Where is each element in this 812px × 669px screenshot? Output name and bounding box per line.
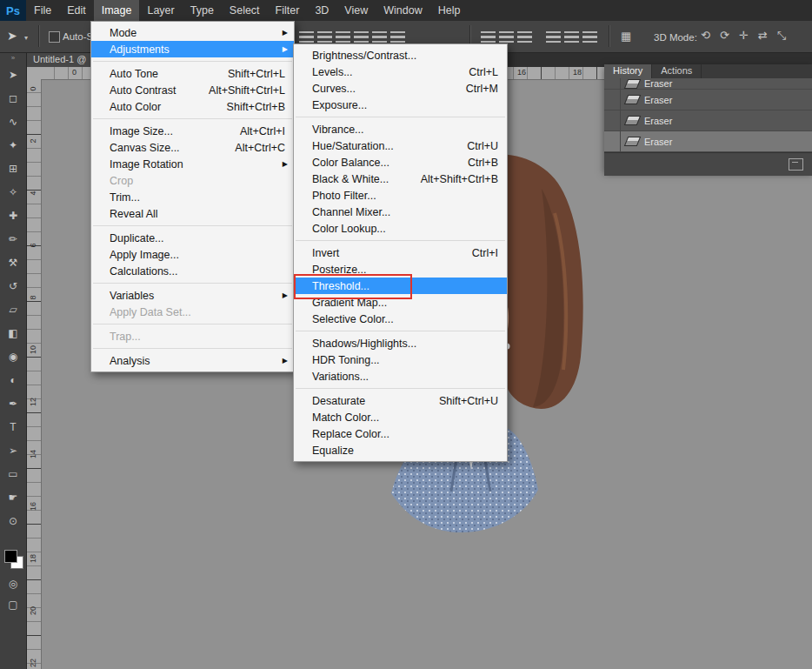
eraser-tool[interactable]: ▱ bbox=[0, 299, 26, 320]
menu-item-variations[interactable]: Variations... bbox=[294, 368, 507, 385]
menu-item-auto-tone[interactable]: Auto ToneShift+Ctrl+L bbox=[91, 65, 294, 82]
menu-item-channel-mixer[interactable]: Channel Mixer... bbox=[294, 204, 507, 220]
type-tool[interactable]: T bbox=[0, 417, 26, 438]
menu-item-image-size[interactable]: Image Size...Alt+Ctrl+I bbox=[91, 123, 294, 139]
menu-item-shadows-highlights[interactable]: Shadows/Highlights... bbox=[294, 335, 507, 351]
3d-drag-icon[interactable]: ✛ bbox=[739, 30, 749, 42]
state-source-checkbox[interactable] bbox=[604, 131, 621, 151]
align-horizontal-centers-icon[interactable] bbox=[372, 31, 387, 43]
menubar-item-file[interactable]: File bbox=[26, 0, 59, 21]
state-source-checkbox[interactable] bbox=[604, 110, 621, 130]
history-state-row[interactable]: Eraser bbox=[604, 131, 812, 152]
menu-item-adjustments[interactable]: Adjustments▶ bbox=[91, 41, 294, 57]
history-state-row[interactable]: Eraser bbox=[604, 90, 812, 110]
menu-item-match-color[interactable]: Match Color... bbox=[294, 409, 507, 425]
menu-item-color-lookup[interactable]: Color Lookup... bbox=[294, 220, 507, 237]
menubar-item-edit[interactable]: Edit bbox=[59, 0, 94, 21]
menu-item-color-balance[interactable]: Color Balance...Ctrl+B bbox=[294, 154, 507, 171]
menu-item-canvas-size[interactable]: Canvas Size...Alt+Ctrl+C bbox=[91, 139, 294, 156]
menu-item-levels[interactable]: Levels...Ctrl+L bbox=[294, 64, 507, 80]
menu-item-image-rotation[interactable]: Image Rotation▶ bbox=[91, 156, 294, 172]
align-bottom-edges-icon[interactable] bbox=[336, 31, 350, 43]
move-tool[interactable]: ➤ bbox=[0, 64, 26, 85]
menubar-item-filter[interactable]: Filter bbox=[268, 0, 308, 21]
menu-item-curves[interactable]: Curves...Ctrl+M bbox=[294, 80, 507, 97]
menubar-item-layer[interactable]: Layer bbox=[139, 0, 182, 21]
distribute-top-edges-icon[interactable] bbox=[481, 31, 496, 43]
healing-brush-tool[interactable]: ✚ bbox=[0, 205, 26, 226]
lasso-tool[interactable]: ∿ bbox=[0, 111, 26, 132]
state-source-checkbox[interactable] bbox=[604, 90, 621, 110]
toolbar-collapse-icon[interactable]: » bbox=[0, 54, 26, 62]
menu-item-exposure[interactable]: Exposure... bbox=[294, 97, 507, 113]
3d-scale-icon[interactable]: ⤡ bbox=[777, 30, 786, 42]
menu-item-brightness-contrast[interactable]: Brightness/Contrast... bbox=[294, 47, 507, 64]
menubar-item-3d[interactable]: 3D bbox=[307, 0, 336, 21]
menu-item-reveal-all[interactable]: Reveal All bbox=[91, 205, 294, 222]
foreground-color-swatch[interactable] bbox=[4, 550, 17, 563]
marquee-tool[interactable]: ◻ bbox=[0, 88, 26, 109]
menu-item-equalize[interactable]: Equalize bbox=[294, 442, 507, 458]
dodge-tool[interactable]: ◐ bbox=[0, 370, 26, 391]
distribute-horizontal-centers-icon[interactable] bbox=[564, 31, 579, 43]
new-document-from-state-icon[interactable] bbox=[789, 158, 803, 171]
menu-item-hdr-toning[interactable]: HDR Toning... bbox=[294, 351, 507, 368]
quick-selection-tool[interactable]: ✦ bbox=[0, 135, 26, 156]
quick-mask-button[interactable]: ◎ bbox=[0, 578, 26, 590]
menubar-item-select[interactable]: Select bbox=[222, 0, 268, 21]
menu-item-variables[interactable]: Variables▶ bbox=[91, 287, 294, 304]
path-selection-tool[interactable]: ➢ bbox=[0, 440, 26, 461]
menu-item-trim[interactable]: Trim... bbox=[91, 189, 294, 205]
crop-tool[interactable]: ⊞ bbox=[0, 158, 26, 179]
menubar-item-type[interactable]: Type bbox=[183, 0, 222, 21]
menubar-item-window[interactable]: Window bbox=[376, 0, 429, 21]
history-brush-tool[interactable]: ↺ bbox=[0, 276, 26, 297]
menu-item-auto-color[interactable]: Auto ColorShift+Ctrl+B bbox=[91, 98, 294, 115]
3d-rotate-icon[interactable]: ⟲ bbox=[701, 30, 710, 42]
menu-item-analysis[interactable]: Analysis▶ bbox=[91, 352, 294, 369]
menu-item-desaturate[interactable]: DesaturateShift+Ctrl+U bbox=[294, 392, 507, 409]
auto-align-layers-icon[interactable]: ▦ bbox=[621, 30, 631, 43]
menu-item-calculations[interactable]: Calculations... bbox=[91, 263, 294, 279]
menu-item-black-white[interactable]: Black & White...Alt+Shift+Ctrl+B bbox=[294, 171, 507, 187]
zoom-tool[interactable]: ⊙ bbox=[0, 511, 26, 532]
tab-history[interactable]: History bbox=[604, 64, 652, 78]
pen-tool[interactable]: ✒ bbox=[0, 393, 26, 414]
align-right-edges-icon[interactable] bbox=[390, 31, 405, 43]
ruler-origin-corner[interactable] bbox=[26, 67, 42, 80]
menu-item-auto-contrast[interactable]: Auto ContrastAlt+Shift+Ctrl+L bbox=[91, 82, 294, 98]
menu-item-apply-image[interactable]: Apply Image... bbox=[91, 246, 294, 263]
gradient-tool[interactable]: ◧ bbox=[0, 323, 26, 344]
menubar-item-image[interactable]: Image bbox=[94, 0, 140, 21]
hand-tool[interactable]: ☛ bbox=[0, 487, 26, 508]
menubar-item-help[interactable]: Help bbox=[430, 0, 469, 21]
menu-item-invert[interactable]: InvertCtrl+I bbox=[294, 244, 507, 261]
menu-item-replace-color[interactable]: Replace Color... bbox=[294, 425, 507, 442]
document-tab[interactable]: Untitled-1 @ bbox=[26, 52, 94, 67]
tool-preset-caret-icon[interactable]: ▾ bbox=[24, 34, 28, 42]
eyedropper-tool[interactable]: ✧ bbox=[0, 182, 26, 203]
distribute-vertical-centers-icon[interactable] bbox=[499, 31, 514, 43]
menu-item-selective-color[interactable]: Selective Color... bbox=[294, 311, 507, 327]
menu-item-photo-filter[interactable]: Photo Filter... bbox=[294, 187, 507, 204]
history-state-row[interactable]: Eraser bbox=[604, 78, 812, 90]
3d-slide-icon[interactable]: ⇄ bbox=[758, 30, 768, 42]
state-source-checkbox[interactable] bbox=[604, 78, 621, 89]
auto-select-checkbox[interactable] bbox=[49, 31, 60, 43]
menu-item-hue-saturation[interactable]: Hue/Saturation...Ctrl+U bbox=[294, 137, 507, 154]
menu-item-vibrance[interactable]: Vibrance... bbox=[294, 121, 507, 137]
menu-item-duplicate[interactable]: Duplicate... bbox=[91, 230, 294, 246]
distribute-bottom-edges-icon[interactable] bbox=[517, 31, 532, 43]
menubar-item-view[interactable]: View bbox=[336, 0, 376, 21]
align-vertical-centers-icon[interactable] bbox=[317, 31, 332, 43]
tab-actions[interactable]: Actions bbox=[652, 64, 702, 78]
align-top-edges-icon[interactable] bbox=[299, 31, 314, 43]
distribute-left-edges-icon[interactable] bbox=[546, 31, 561, 43]
brush-tool[interactable]: ✏ bbox=[0, 229, 26, 250]
blur-tool[interactable]: ◉ bbox=[0, 346, 26, 367]
clone-stamp-tool[interactable]: ⚒ bbox=[0, 252, 26, 273]
shape-tool[interactable]: ▭ bbox=[0, 464, 26, 485]
history-state-row[interactable]: Eraser bbox=[604, 110, 812, 131]
distribute-right-edges-icon[interactable] bbox=[582, 31, 597, 43]
menu-item-mode[interactable]: Mode▶ bbox=[91, 24, 294, 41]
